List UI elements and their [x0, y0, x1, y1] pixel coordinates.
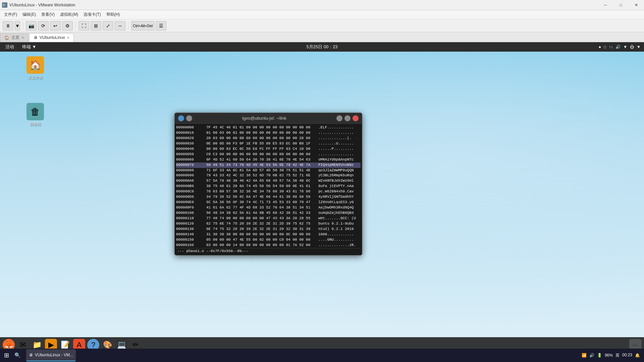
ctrlaltdel-button[interactable]: Ctrl+Alt+Del: [131, 21, 154, 31]
minimize-button[interactable]: ─: [598, 0, 613, 10]
manage-button[interactable]: ☰: [156, 21, 166, 31]
terminal-maximize-button[interactable]: □: [344, 115, 351, 121]
hex-address: 000000F0: [176, 205, 206, 210]
taskbar-time: 00:23: [622, 353, 632, 358]
windows-start-button[interactable]: ⊞: [1, 352, 12, 359]
hex-address: 00000140: [176, 232, 206, 237]
menu-edit[interactable]: 编辑(E): [20, 10, 39, 19]
hex-data: 20 03 00 00 00 00 00 00 00 00 00 00 00 0…: [206, 136, 317, 141]
taskbar-network[interactable]: 📶: [582, 353, 587, 358]
pause-dropdown[interactable]: ▼: [15, 21, 20, 31]
activities-button[interactable]: 活动: [3, 43, 16, 51]
terminal-menu-button[interactable]: ☰: [186, 115, 192, 121]
hex-ascii: ntu2) 9.2.1 2019: [317, 227, 354, 232]
terminal-row: 000000C070 63 09 57 36 32 36 4E 34 78 68…: [176, 189, 361, 194]
hex-address: 00000100: [176, 210, 206, 216]
menu-tabs[interactable]: 选项卡(T): [81, 10, 103, 19]
maximize-button[interactable]: □: [613, 0, 629, 10]
taskbar-clock[interactable]: 00:23: [622, 353, 632, 358]
terminal-window[interactable]: 🔍 ☰ lgxo@ubuntu-jxl: ~/link ─ □ ✕ 000000…: [174, 113, 362, 255]
hex-data: C9 C3 00 00 00 00 00 00 00 00 00 00 00 0…: [206, 152, 317, 157]
vm-tab-close[interactable]: ✕: [67, 36, 69, 40]
hex-data: 77 48 74 00 00 00 00 00 00 47 43 43 3A 2…: [206, 216, 317, 221]
hex-address: 000000C0: [176, 189, 206, 194]
hex-data: 6F 4D 52 41 69 59 64 36 70 38 41 6E 70 4…: [206, 157, 317, 163]
fit-button[interactable]: ⤢: [103, 21, 113, 31]
hex-data: 71 6F 33 4A 6C 61 5A 6D 57 4D 50 30 75 5…: [206, 168, 317, 173]
ubuntu-datetime[interactable]: 5月25日 00：23: [306, 44, 337, 50]
home-tab-icon: 🏠: [4, 36, 9, 40]
vm-tab-icon: 🖥: [34, 35, 38, 40]
screenshot-button[interactable]: 📷: [26, 21, 37, 31]
close-button[interactable]: ✕: [629, 0, 644, 10]
hex-address: 00000130: [176, 227, 206, 232]
stretch-button[interactable]: ↔: [115, 21, 125, 31]
terminal-row: --- phase1.o --0x7F/0x550--9%---: [176, 248, 361, 254]
hex-address: 000000E0: [176, 200, 206, 205]
terminal-row: 0000007050 49 51 34 73 70 4D 45 4E 53 56…: [176, 163, 361, 168]
vmware-taskbar-item[interactable]: 🖥 VUbuntuLinux - VM...: [26, 349, 76, 361]
hex-ascii: 1008............: [317, 232, 354, 237]
vm-display-area[interactable]: 活动 终端 ▼ 5月25日 00：23 ● □ ↑↓ 🔊 ▼ ⏻ ▼ 🏠 主文件…: [0, 42, 644, 353]
terminal-content[interactable]: 000000007F 45 4C 46 01 01 00 00 00 00 00…: [175, 124, 362, 255]
bluetooth-indicator[interactable]: ↑↓: [609, 45, 613, 49]
terminal-row: 00000050C9 C3 00 00 00 00 00 00 00 00 00…: [176, 152, 361, 157]
power-indicator[interactable]: ⏻: [630, 45, 634, 49]
notification-button[interactable]: 🔔: [635, 353, 640, 358]
hex-ascii: .ELF............: [317, 125, 354, 130]
trash-icon[interactable]: 🗑 回收站: [23, 102, 47, 128]
terminal-row: 000000A057 5A 78 48 38 46 42 4A 65 68 49…: [176, 178, 361, 184]
settings-button[interactable]: ⚙: [62, 21, 73, 31]
battery-indicator[interactable]: ▼: [623, 45, 627, 49]
tab-home[interactable]: 🏠 主页 ✕: [0, 33, 29, 42]
hex-ascii: ouHqbZajkEhB6QB3: [317, 210, 354, 216]
revert-button[interactable]: ↩: [50, 21, 61, 31]
taskbar-battery[interactable]: 🔋: [597, 353, 602, 358]
terminal-minimize-button[interactable]: ─: [336, 115, 342, 121]
ubuntu-desktop[interactable]: 活动 终端 ▼ 5月25日 00：23 ● □ ↑↓ 🔊 ▼ ⏻ ▼ 🏠 主文件…: [0, 42, 644, 353]
tab-vm[interactable]: 🖥 VUbuntuLinux ✕: [29, 33, 74, 42]
hex-address: 00000020: [176, 136, 206, 141]
hex-ascii: qo3JlaZmWMP0uQQN: [317, 168, 354, 173]
menu-view[interactable]: 查看(V): [39, 10, 57, 19]
hex-ascii: yC3BL26RmpkbuRqn: [317, 173, 354, 178]
snapshot-button[interactable]: ⟳: [38, 21, 49, 31]
terminal-search-button[interactable]: 🔍: [178, 115, 184, 121]
windows-search-button[interactable]: 🔍: [12, 352, 23, 358]
hex-ascii: AajbwOMh3Rxd8Q4Q: [317, 205, 354, 210]
vmware-menubar: 文件(F) 编辑(E) 查看(V) 虚拟机(M) 选项卡(T) 帮助(H): [0, 10, 644, 19]
menu-vm[interactable]: 虚拟机(M): [57, 10, 81, 19]
home-tab-close[interactable]: ✕: [21, 36, 24, 40]
hex-ascii: buntu 9.2.1-9ubu: [317, 221, 354, 227]
terminal-close-button[interactable]: ✕: [353, 115, 359, 121]
hex-data: 0E 00 0D 00 F3 0F 1E FB 55 89 E5 83 EC 0…: [206, 141, 317, 146]
hex-data: 57 5A 78 48 38 46 42 4A 65 68 49 57 7A 3…: [206, 178, 317, 184]
hex-data: 03 00 00 00 14 00 00 00 00 00 00 00 01 7…: [206, 243, 317, 248]
terminal-row: 000000D034 79 36 52 56 6C 6A 47 4E 66 44…: [176, 194, 361, 200]
display-indicator[interactable]: □: [604, 45, 606, 49]
settings-indicator[interactable]: ▼: [637, 45, 641, 49]
menu-file[interactable]: 文件(F): [1, 10, 20, 19]
terminal-menu[interactable]: 终端 ▼: [20, 43, 38, 51]
windows-taskbar: ⊞ 🔍 🖥 VUbuntuLinux - VM... 📶 🔊 🔋 96% 英 0…: [0, 349, 644, 362]
terminal-row: 000000007F 45 4C 46 01 01 00 00 00 00 00…: [176, 125, 361, 130]
pause-button[interactable]: ⏸: [3, 21, 13, 31]
taskbar-lang[interactable]: 英: [615, 353, 620, 358]
menu-help[interactable]: 帮助(H): [104, 10, 123, 19]
hex-data: 7F 45 4C 46 01 01 00 00 00 00 00 00 00 0…: [206, 125, 317, 130]
fullscreen-button[interactable]: ⛶: [78, 21, 89, 31]
volume-indicator[interactable]: 🔊: [615, 45, 621, 49]
home-tab-label: 主页: [11, 35, 19, 41]
unity-button[interactable]: ⊞: [91, 21, 101, 31]
terminal-row: 0000014031 30 30 38 00 00 00 00 00 00 00…: [176, 232, 361, 237]
terminal-row: 0000002020 03 00 00 00 00 00 00 00 00 00…: [176, 136, 361, 141]
hex-data: 31 30 30 38 00 00 00 00 00 00 00 00 0C 0…: [206, 232, 317, 237]
hex-ascii: PIQ4spMEN5VnxBNz: [317, 163, 354, 168]
taskbar-volume[interactable]: 🔊: [589, 353, 594, 358]
network-indicator[interactable]: ●: [599, 45, 601, 49]
terminal-row: 0000015005 00 00 00 47 4E 55 00 02 00 00…: [176, 237, 361, 243]
hex-ascii: ........U.......: [317, 141, 354, 146]
terminal-row: 0000004000 00 00 83 EC 0C 50 E8 FC FF FF…: [176, 146, 361, 152]
home-folder-icon[interactable]: 🏠 主文件夹: [23, 55, 47, 81]
hex-data: 6C 5A 36 56 6F 30 74 4C 71 73 45 53 33 0…: [206, 200, 317, 205]
